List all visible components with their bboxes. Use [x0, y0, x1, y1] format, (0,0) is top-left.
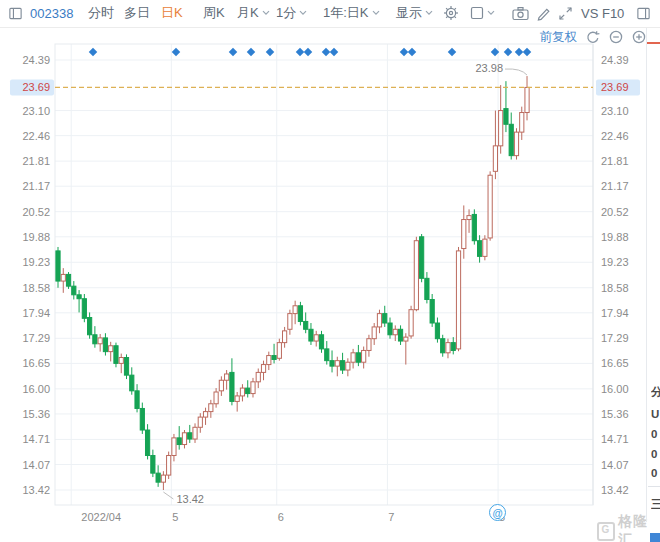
candle-body[interactable] [467, 216, 471, 220]
candle-body[interactable] [309, 329, 313, 341]
candle-body[interactable] [462, 220, 466, 249]
candle-body[interactable] [314, 335, 318, 341]
candle-body[interactable] [319, 335, 323, 349]
display-select[interactable]: 显示 [396, 0, 433, 26]
candle-body[interactable] [330, 361, 334, 366]
event-diamond-marker[interactable] [330, 48, 338, 56]
candle-body[interactable] [145, 430, 149, 455]
event-diamond-marker[interactable] [515, 48, 523, 56]
candle-body[interactable] [219, 380, 223, 391]
candle-body[interactable] [514, 132, 518, 156]
candle-body[interactable] [109, 346, 113, 352]
tab-1min[interactable]: 1分 [276, 0, 307, 26]
candle-body[interactable] [156, 473, 160, 482]
candle-body[interactable] [272, 356, 276, 360]
candle-body[interactable] [325, 349, 329, 361]
event-diamond-marker[interactable] [523, 48, 531, 56]
candle-body[interactable] [372, 327, 376, 339]
candle-body[interactable] [130, 375, 134, 391]
candle-body[interactable] [88, 318, 92, 335]
settings-icon[interactable] [443, 0, 459, 26]
candle-body[interactable] [172, 438, 176, 456]
event-diamond-marker[interactable] [504, 48, 512, 56]
candle-body[interactable] [298, 306, 302, 322]
candle-body[interactable] [161, 475, 165, 482]
candle-body[interactable] [230, 372, 234, 401]
candle-body[interactable] [256, 372, 260, 381]
candle-body[interactable] [520, 113, 524, 133]
stock-code[interactable]: 002338 [30, 0, 73, 26]
candle-body[interactable] [56, 251, 60, 281]
candle-body[interactable] [251, 382, 255, 394]
candle-body[interactable] [198, 417, 202, 427]
candle-body[interactable] [203, 412, 207, 417]
candle-body[interactable] [499, 111, 503, 146]
candle-body[interactable] [441, 339, 445, 353]
tab-monthly-k[interactable]: 月K [237, 0, 270, 26]
candle-body[interactable] [351, 353, 355, 362]
candle-body[interactable] [283, 331, 287, 343]
candle-body[interactable] [478, 241, 482, 257]
candle-body[interactable] [177, 438, 181, 445]
candle-body[interactable] [483, 239, 487, 256]
candle-body[interactable] [414, 241, 418, 310]
candle-body[interactable] [124, 358, 128, 376]
candle-body[interactable] [240, 388, 244, 396]
event-diamond-marker[interactable] [322, 48, 330, 56]
event-diamond-marker[interactable] [172, 48, 180, 56]
candle-body[interactable] [225, 374, 229, 380]
vs-f10-button[interactable]: VS F10 [581, 0, 624, 26]
candle-body[interactable] [93, 335, 97, 344]
candle-body[interactable] [82, 299, 86, 319]
candle-body[interactable] [393, 329, 397, 334]
candle-body[interactable] [340, 361, 344, 370]
candle-body[interactable] [135, 391, 139, 409]
draw-icon[interactable] [536, 0, 551, 26]
candle-body[interactable] [404, 337, 408, 341]
candle-body[interactable] [398, 329, 402, 341]
event-diamond-marker[interactable] [266, 48, 274, 56]
candles-group[interactable] [56, 76, 529, 490]
candle-body[interactable] [293, 306, 297, 314]
candle-body[interactable] [61, 274, 65, 281]
candle-body[interactable] [388, 323, 392, 335]
candle-body[interactable] [114, 346, 118, 364]
candle-body[interactable] [167, 456, 171, 476]
candle-body[interactable] [335, 361, 339, 366]
candle-body[interactable] [66, 274, 70, 286]
panel-right-icon[interactable] [636, 0, 651, 26]
candle-body[interactable] [377, 314, 381, 327]
range-select[interactable]: 1年:日K [323, 0, 380, 26]
candle-body[interactable] [261, 365, 265, 373]
candle-body[interactable] [151, 456, 155, 474]
candle-body[interactable] [425, 278, 429, 299]
event-diamond-marker[interactable] [400, 48, 408, 56]
candle-body[interactable] [209, 404, 213, 412]
event-diamond-marker[interactable] [408, 48, 416, 56]
tab-multi-day[interactable]: 多日 [124, 0, 150, 26]
candle-body[interactable] [525, 87, 529, 112]
candle-body[interactable] [214, 392, 218, 404]
candle-body[interactable] [420, 237, 424, 279]
tab-weekly-k[interactable]: 周K [203, 0, 225, 26]
event-diamond-marker[interactable] [304, 48, 312, 56]
candle-body[interactable] [140, 408, 144, 430]
event-diamond-marker[interactable] [247, 48, 255, 56]
candle-body[interactable] [188, 433, 192, 439]
candle-body[interactable] [72, 286, 76, 295]
event-diamond-marker[interactable] [296, 48, 304, 56]
candle-body[interactable] [367, 339, 371, 351]
candle-body[interactable] [456, 251, 460, 349]
screenshot-icon[interactable] [512, 0, 529, 26]
candle-body[interactable] [235, 396, 239, 401]
candle-body[interactable] [98, 338, 102, 344]
event-diamond-marker[interactable] [89, 48, 97, 56]
candle-body[interactable] [446, 343, 450, 353]
tab-daily-k[interactable]: 日K [161, 0, 183, 26]
candle-body[interactable] [267, 356, 271, 365]
candle-body[interactable] [356, 353, 360, 362]
candle-body[interactable] [246, 388, 250, 393]
tab-minute[interactable]: 分时 [88, 0, 114, 26]
panel-left-icon[interactable] [8, 0, 23, 26]
candle-body[interactable] [409, 310, 413, 336]
